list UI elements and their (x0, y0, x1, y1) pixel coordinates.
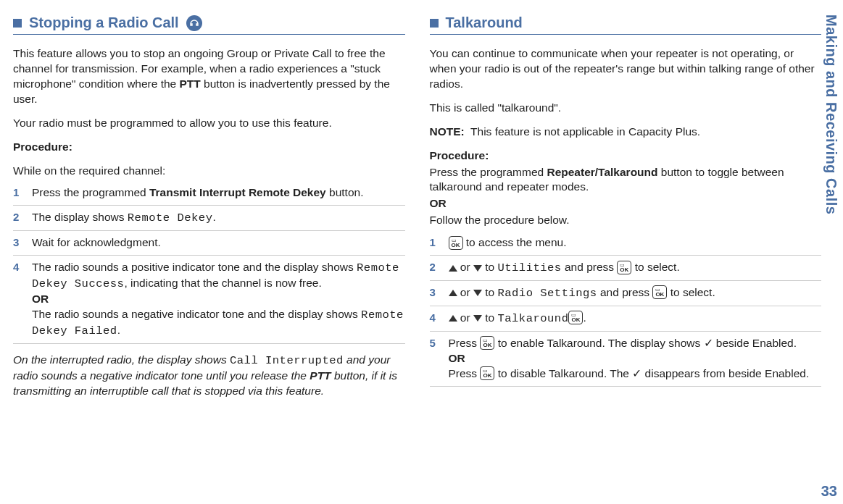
right-column: Talkaround You can continue to communica… (430, 14, 822, 471)
sidebar-chapter-label: Making and Receiving Calls (823, 14, 839, 456)
section-title-right: Talkaround (446, 14, 523, 31)
paragraph: Press the programmed Repeater/Talkaround… (430, 165, 822, 196)
step-number: 2 (13, 210, 22, 226)
step-body: The display shows Remote Dekey. (32, 210, 405, 226)
bullet-square-icon (13, 19, 22, 28)
step-number: 5 (430, 336, 439, 382)
procedure-condition: While on the required channel: (13, 164, 405, 179)
step-number: 3 (430, 285, 439, 301)
down-arrow-icon (473, 265, 482, 272)
step-body: or to Talkaround▭OK. (449, 311, 822, 327)
paragraph: This is called "talkaround". (430, 101, 822, 116)
bullet-square-icon (430, 19, 439, 28)
up-arrow-icon (449, 265, 457, 272)
left-column: Stopping a Radio Call This feature allow… (13, 14, 405, 471)
procedure-label: Procedure: (13, 140, 405, 155)
step-number: 3 (13, 235, 22, 251)
down-arrow-icon (473, 290, 482, 296)
ok-key-icon: ▭OK (652, 285, 667, 299)
step-row: 2 The display shows Remote Dekey. (13, 206, 405, 231)
section-rule (13, 34, 405, 35)
step-row: 2 or to Utilities and press ▭OK to selec… (430, 256, 822, 281)
check-icon: ✓ (704, 337, 713, 349)
up-arrow-icon (449, 290, 457, 296)
paragraph: You can continue to communicate when you… (430, 46, 822, 92)
or-label: OR (430, 196, 822, 211)
page-number: 33 (821, 483, 837, 500)
ok-key-icon: ▭OK (480, 366, 494, 380)
section-title-left: Stopping a Radio Call (29, 14, 179, 31)
step-body: Wait for acknowledgment. (32, 235, 405, 251)
ok-key-icon: ▭OK (449, 236, 463, 250)
step-row: 3 Wait for acknowledgment. (13, 231, 405, 256)
step-row: 4 The radio sounds a positive indicator … (13, 256, 405, 344)
step-number: 4 (13, 260, 22, 339)
paragraph: Your radio must be programmed to allow y… (13, 116, 405, 131)
step-row: 1 ▭OK to access the menu. (430, 231, 822, 256)
down-arrow-icon (473, 315, 482, 322)
step-body: Press the programmed Transmit Interrupt … (32, 185, 405, 201)
step-row: 3 or to Radio Settings and press ▭OK to … (430, 281, 822, 306)
footnote: On the interrupted radio, the display sh… (13, 353, 405, 399)
section-heading-right: Talkaround (430, 14, 822, 31)
up-arrow-icon (449, 315, 457, 322)
step-number: 4 (430, 311, 439, 327)
note: NOTE: This feature is not applicable in … (430, 125, 822, 140)
step-body: ▭OK to access the menu. (449, 235, 822, 251)
section-heading-left: Stopping a Radio Call (13, 14, 405, 31)
step-body: The radio sounds a positive indicator to… (32, 260, 405, 339)
procedure-label: Procedure: (430, 148, 822, 164)
step-body: or to Radio Settings and press ▭OK to se… (449, 285, 822, 301)
headset-icon (186, 15, 202, 31)
ok-key-icon: ▭OK (568, 311, 583, 324)
ok-key-icon: ▭OK (480, 336, 494, 350)
paragraph: This feature allows you to stop an ongoi… (13, 46, 405, 107)
ok-key-icon: ▭OK (617, 261, 631, 274)
check-icon: ✓ (632, 367, 641, 379)
paragraph: Follow the procedure below. (430, 213, 822, 228)
step-number: 2 (430, 260, 439, 276)
step-body: or to Utilities and press ▭OK to select. (449, 260, 822, 276)
page-content: Stopping a Radio Call This feature allow… (0, 0, 843, 478)
step-row: 1 Press the programmed Transmit Interrup… (13, 181, 405, 206)
step-number: 1 (13, 185, 22, 201)
step-row: 4 or to Talkaround▭OK. (430, 306, 822, 332)
step-number: 1 (430, 235, 439, 251)
step-row: 5 Press ▭OK to enable Talkaround. The di… (430, 332, 822, 387)
section-rule (430, 34, 822, 35)
step-body: Press ▭OK to enable Talkaround. The disp… (449, 336, 822, 382)
